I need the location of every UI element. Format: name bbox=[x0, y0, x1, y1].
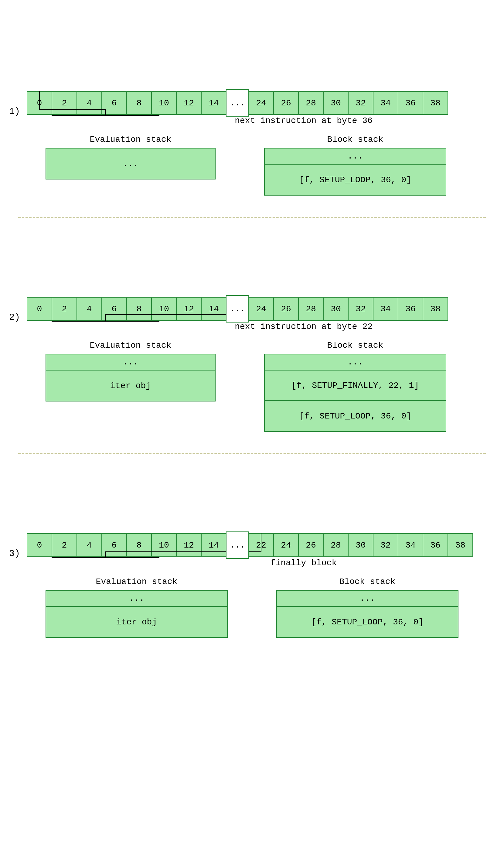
bytecode-cell: 8 bbox=[126, 533, 152, 557]
bytecode-cell: 8 bbox=[126, 91, 152, 115]
bytecode-cell: 2 bbox=[52, 297, 77, 321]
bytecode-cell: 8 bbox=[126, 297, 152, 321]
bytecode-cell: 38 bbox=[422, 91, 448, 115]
bytecode-gap: ... bbox=[226, 531, 249, 559]
stacks-row: Evaluation stack...iter objBlock stack..… bbox=[46, 341, 495, 432]
bytecode-cell: 0 bbox=[27, 91, 52, 115]
evaluation-stack-cell: ... bbox=[46, 148, 215, 179]
block-stack-column: Block stack...[f, SETUP_LOOP, 36, 0] bbox=[276, 577, 458, 638]
bytecode-cell: 12 bbox=[176, 91, 202, 115]
bytecode-cell: 6 bbox=[102, 297, 127, 321]
evaluation-stack-cell: iter obj bbox=[46, 607, 227, 637]
bytecode-cell: 10 bbox=[151, 91, 177, 115]
bytecode-cell: 10 bbox=[151, 533, 177, 557]
step-number: 2) bbox=[9, 312, 20, 323]
bytecode-cell: 4 bbox=[76, 297, 102, 321]
bytecode-cell: 38 bbox=[422, 297, 448, 321]
block-stack-box: ...[f, SETUP_FINALLY, 22, 1][f, SETUP_LO… bbox=[264, 354, 446, 432]
evaluation-stack-cell: ... bbox=[46, 355, 215, 371]
bytecode-gap: ... bbox=[226, 89, 249, 116]
bytecode-cell: 30 bbox=[323, 91, 348, 115]
bytecode-cell: 2 bbox=[52, 91, 77, 115]
bytecode-cell: 2 bbox=[52, 533, 77, 557]
panel-separator bbox=[18, 453, 486, 454]
bytecode-cell: 26 bbox=[273, 297, 299, 321]
bytecode-cell: 12 bbox=[176, 533, 202, 557]
bytecode-row: 02468101214...222426283032343638 bbox=[27, 533, 495, 559]
bytecode-row: 02468101214...2426283032343638 bbox=[27, 91, 495, 116]
evaluation-stack-title: Evaluation stack bbox=[46, 577, 228, 587]
bytecode-cell: 22 bbox=[248, 533, 274, 557]
evaluation-stack-title: Evaluation stack bbox=[46, 341, 216, 350]
block-stack-cell: [f, SETUP_LOOP, 36, 0] bbox=[265, 401, 446, 431]
bytecode-cell: 32 bbox=[373, 533, 398, 557]
bytecode-cell: 26 bbox=[298, 533, 324, 557]
bytecode-cell: 32 bbox=[348, 91, 374, 115]
bytecode-cell: 38 bbox=[448, 533, 473, 557]
stacks-row: Evaluation stack...iter objBlock stack..… bbox=[46, 577, 495, 638]
bytecode-cell: 32 bbox=[348, 297, 374, 321]
evaluation-stack-column: Evaluation stack...iter obj bbox=[46, 341, 216, 401]
bytecode-cell: 6 bbox=[102, 91, 127, 115]
block-stack-cell: ... bbox=[277, 591, 458, 607]
block-stack-cell: ... bbox=[265, 355, 446, 371]
bytecode-cell: 34 bbox=[398, 533, 423, 557]
block-stack-title: Block stack bbox=[264, 341, 446, 350]
bytecode-cell: 28 bbox=[298, 91, 324, 115]
panel: 1)instruction pointerSETUP_LOOP: a block… bbox=[9, 91, 495, 196]
bytecode-cell: 10 bbox=[151, 297, 177, 321]
block-stack-title: Block stack bbox=[264, 135, 446, 144]
bytecode-cell: 6 bbox=[102, 533, 127, 557]
bytecode-cell: 14 bbox=[201, 533, 227, 557]
bytecode-cell: 12 bbox=[176, 297, 202, 321]
bytecode-cell: 4 bbox=[76, 91, 102, 115]
bytecode-cell: 26 bbox=[273, 91, 299, 115]
block-stack-cell: [f, SETUP_LOOP, 36, 0] bbox=[277, 607, 458, 637]
bytecode-cell: 36 bbox=[398, 91, 423, 115]
block-stack-title: Block stack bbox=[276, 577, 458, 587]
bytecode-cell: 30 bbox=[323, 297, 348, 321]
bytecode-cell: 4 bbox=[76, 533, 102, 557]
evaluation-stack-box: ...iter obj bbox=[46, 590, 228, 638]
evaluation-stack-box: ... bbox=[46, 148, 216, 179]
evaluation-stack-column: Evaluation stack... bbox=[46, 135, 216, 179]
evaluation-stack-cell: iter obj bbox=[46, 371, 215, 401]
panel-separator bbox=[18, 217, 486, 218]
bytecode-cell: 0 bbox=[27, 533, 52, 557]
block-stack-cell: ... bbox=[265, 148, 446, 165]
panel: 2)instruction pointerSETUP_FINALLY: a bl… bbox=[9, 297, 495, 432]
step-number: 1) bbox=[9, 106, 20, 116]
evaluation-stack-title: Evaluation stack bbox=[46, 135, 216, 144]
bytecode-cell: 36 bbox=[398, 297, 423, 321]
bytecode-cell: 24 bbox=[248, 297, 274, 321]
block-stack-box: ...[f, SETUP_LOOP, 36, 0] bbox=[264, 148, 446, 196]
stacks-row: Evaluation stack...Block stack...[f, SET… bbox=[46, 135, 495, 196]
bytecode-cell: 24 bbox=[248, 91, 274, 115]
evaluation-stack-column: Evaluation stack...iter obj bbox=[46, 577, 228, 638]
block-stack-column: Block stack...[f, SETUP_LOOP, 36, 0] bbox=[264, 135, 446, 196]
bytecode-cell: 34 bbox=[373, 91, 398, 115]
evaluation-stack-cell: ... bbox=[46, 591, 227, 607]
block-stack-box: ...[f, SETUP_LOOP, 36, 0] bbox=[276, 590, 458, 638]
bytecode-gap: ... bbox=[226, 295, 249, 323]
bytecode-cell: 14 bbox=[201, 91, 227, 115]
bytecode-cell: 36 bbox=[422, 533, 448, 557]
evaluation-stack-box: ...iter obj bbox=[46, 354, 216, 401]
step-number: 3) bbox=[9, 548, 20, 559]
bytecode-cell: 0 bbox=[27, 297, 52, 321]
bytecode-row: 02468101214...2426283032343638 bbox=[27, 297, 495, 323]
block-stack-cell: [f, SETUP_LOOP, 36, 0] bbox=[265, 165, 446, 195]
bytecode-cell: 34 bbox=[373, 297, 398, 321]
bytecode-cell: 24 bbox=[273, 533, 299, 557]
panel: 3)instruction pointerBREAK_LOOP: Trigger… bbox=[9, 533, 495, 638]
block-stack-column: Block stack...[f, SETUP_FINALLY, 22, 1][… bbox=[264, 341, 446, 432]
bytecode-cell: 14 bbox=[201, 297, 227, 321]
bytecode-cell: 28 bbox=[323, 533, 348, 557]
block-stack-cell: [f, SETUP_FINALLY, 22, 1] bbox=[265, 371, 446, 401]
bytecode-cell: 30 bbox=[348, 533, 374, 557]
bytecode-cell: 28 bbox=[298, 297, 324, 321]
